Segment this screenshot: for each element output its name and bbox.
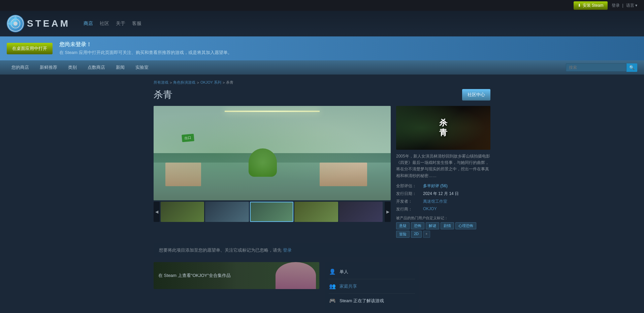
breadcrumb: 所有游戏 > 角色扮演游戏 > OKJOY 系列 > 杀青 bbox=[154, 80, 490, 85]
review-row: 全部评估： 多半好评 (56) bbox=[396, 183, 490, 189]
open-desktop-button[interactable]: 在桌面应用中打开 bbox=[7, 43, 53, 54]
wishlist-notice: 想要将此项目添加至您的愿望单、关注它或标记为已忽略，请先 登录 bbox=[154, 243, 490, 257]
header-nav: 商店 社区 关于 客服 bbox=[84, 21, 141, 27]
developer-value[interactable]: 萬迷馆工作室 bbox=[423, 199, 447, 204]
breadcrumb-current: 杀青 bbox=[226, 80, 233, 85]
nav-community[interactable]: 社区 bbox=[100, 21, 109, 27]
thumbnail-1[interactable] bbox=[161, 202, 204, 222]
publisher-value[interactable]: OKJOY bbox=[423, 206, 437, 212]
game-area: 出口 ◀ ▶ bbox=[154, 106, 490, 238]
tag-2d[interactable]: 2D bbox=[411, 231, 422, 238]
next-thumbnail-button[interactable]: ▶ bbox=[385, 202, 391, 222]
publisher-row: 发行商： OKJOY bbox=[396, 206, 490, 212]
single-player-label: 单人 bbox=[340, 269, 348, 275]
developer-label: 开发者： bbox=[396, 199, 423, 204]
cover-title: 杀青 bbox=[439, 118, 447, 138]
steam-learning-label: Steam 正在了解该游戏 bbox=[340, 298, 384, 304]
meta-single-player: 👤 单人 bbox=[329, 266, 415, 278]
tag-adventure[interactable]: 冒险 bbox=[396, 231, 410, 238]
install-steam-button[interactable]: ⬇ 安装 Steam bbox=[574, 1, 608, 10]
top-bar-links: 登录 | 语言 ▾ bbox=[612, 3, 637, 8]
main-content: 所有游戏 > 角色扮演游戏 > OKJOY 系列 > 杀青 杀青 社区中心 出口 bbox=[154, 75, 490, 313]
subnav-categories[interactable]: 类别 bbox=[63, 62, 82, 73]
thumbnail-5[interactable] bbox=[339, 202, 383, 222]
bottom-row: 在 Steam 上查看"OKJOY"全合集作品 👤 单人 👥 家庭共享 🎮 St… bbox=[154, 262, 490, 311]
tag-puzzle[interactable]: 解谜 bbox=[426, 222, 439, 229]
tags-row: 悬疑 恐怖 解谜 剧情 心理恐怖 冒险 2D + bbox=[396, 222, 490, 238]
steam-logo-icon bbox=[7, 15, 24, 32]
meta-family-sharing: 👥 家庭共享 bbox=[329, 281, 415, 292]
search-icon: 🔍 bbox=[629, 65, 635, 70]
steam-learning-icon: 🎮 bbox=[329, 297, 336, 305]
thumbnail-2[interactable] bbox=[205, 202, 249, 222]
family-sharing-icon: 👥 bbox=[329, 283, 336, 290]
family-sharing-label[interactable]: 家庭共享 bbox=[340, 283, 357, 289]
tag-plus-button[interactable]: + bbox=[423, 231, 430, 238]
thumbnail-4[interactable] bbox=[294, 202, 338, 222]
series-banner[interactable]: 在 Steam 上查看"OKJOY"全合集作品 bbox=[154, 262, 319, 289]
tag-story[interactable]: 剧情 bbox=[441, 222, 454, 229]
tag-suspense[interactable]: 悬疑 bbox=[396, 222, 410, 229]
tags-header: 被产品的热门用户自定义标记： bbox=[396, 216, 490, 221]
nav-about[interactable]: 关于 bbox=[116, 21, 125, 27]
subnav-your-store[interactable]: 您的商店 bbox=[7, 62, 34, 73]
svg-point-2 bbox=[13, 22, 18, 26]
meta-divider-2 bbox=[329, 293, 415, 294]
single-player-icon: 👤 bbox=[329, 268, 336, 276]
review-value[interactable]: 多半好评 (56) bbox=[423, 183, 448, 189]
search-box: 🔍 bbox=[566, 63, 637, 72]
steam-download-icon: ⬇ bbox=[578, 3, 581, 8]
developer-row: 开发者： 萬迷馆工作室 bbox=[396, 199, 490, 204]
login-link[interactable]: 登录 bbox=[612, 3, 620, 8]
language-link[interactable]: 语言 ▾ bbox=[626, 3, 637, 8]
header: STEAM 商店 社区 关于 客服 bbox=[0, 11, 644, 36]
search-button[interactable]: 🔍 bbox=[626, 63, 637, 72]
community-hub-button[interactable]: 社区中心 bbox=[462, 89, 490, 101]
subnav-points-shop[interactable]: 点数商店 bbox=[83, 62, 110, 73]
steam-svg-icon bbox=[7, 16, 24, 32]
tag-horror[interactable]: 恐怖 bbox=[411, 222, 424, 229]
chevron-down-icon: ▾ bbox=[635, 3, 637, 8]
game-meta-panel: 👤 单人 👥 家庭共享 🎮 Steam 正在了解该游戏 bbox=[325, 262, 419, 311]
series-banner-text: 在 Steam 上查看"OKJOY"全合集作品 bbox=[158, 273, 231, 279]
login-text-area: 您尚未登录！ 在 Steam 应用中打开此页面即可关注、购买和查看所推荐的游戏，… bbox=[59, 41, 232, 56]
meta-steam-learning: 🎮 Steam 正在了解该游戏 bbox=[329, 295, 415, 307]
series-banner-characters bbox=[276, 262, 316, 289]
login-banner-title: 您尚未登录！ bbox=[59, 41, 232, 48]
screenshot-section: 出口 ◀ ▶ bbox=[154, 106, 391, 238]
steam-logo-text: STEAM bbox=[27, 18, 70, 29]
screenshot-overlay bbox=[154, 106, 391, 200]
release-label: 发行日期： bbox=[396, 191, 423, 197]
breadcrumb-okjoy-series[interactable]: OKJOY 系列 bbox=[200, 80, 221, 85]
publisher-label: 发行商： bbox=[396, 206, 423, 212]
wishlist-notice-text: 想要将此项目添加至您的愿望单、关注它或标记为已忽略，请先 bbox=[159, 248, 282, 253]
release-row: 发行日期： 2024 年 12 月 14 日 bbox=[396, 191, 490, 197]
login-banner: 在桌面应用中打开 您尚未登录！ 在 Steam 应用中打开此页面即可关注、购买和… bbox=[0, 36, 644, 60]
wishlist-login-link[interactable]: 登录 bbox=[283, 248, 292, 253]
page-title-row: 杀青 社区中心 bbox=[154, 88, 490, 101]
logo-area: STEAM bbox=[7, 15, 70, 32]
subnav-new-releases[interactable]: 新鲜推荐 bbox=[35, 62, 62, 73]
nav-store[interactable]: 商店 bbox=[84, 21, 93, 27]
meta-divider-1 bbox=[329, 279, 415, 279]
subnav-lab[interactable]: 实验室 bbox=[131, 62, 153, 73]
tags-section: 被产品的热门用户自定义标记： 悬疑 恐怖 解谜 剧情 心理恐怖 冒险 2D + bbox=[396, 216, 490, 238]
search-input[interactable] bbox=[566, 63, 626, 72]
thumbnail-3[interactable] bbox=[250, 202, 293, 222]
main-screenshot: 出口 bbox=[154, 106, 391, 200]
subnav-news[interactable]: 新闻 bbox=[111, 62, 129, 73]
breadcrumb-all-games[interactable]: 所有游戏 bbox=[154, 80, 168, 85]
game-description: 2005年，新人女演员林清纱回到故乡雾山镇拍摄电影《四更》最后一场戏时发生怪事，… bbox=[396, 153, 490, 179]
game-cover: 杀青 bbox=[396, 106, 490, 150]
page-title: 杀青 bbox=[154, 88, 172, 101]
thumbnails-row bbox=[161, 202, 384, 222]
sub-nav: 您的商店 新鲜推荐 类别 点数商店 新闻 实验室 🔍 bbox=[0, 60, 644, 75]
login-banner-description: 在 Steam 应用中打开此页面即可关注、购买和查看所推荐的游戏，或是将其加入愿… bbox=[59, 50, 232, 56]
release-value: 2024 年 12 月 14 日 bbox=[423, 191, 459, 197]
prev-thumbnail-button[interactable]: ◀ bbox=[154, 202, 160, 222]
nav-support[interactable]: 客服 bbox=[132, 21, 141, 27]
tag-psych-horror[interactable]: 心理恐怖 bbox=[455, 222, 476, 229]
breadcrumb-rpg[interactable]: 角色扮演游戏 bbox=[173, 80, 195, 85]
review-label: 全部评估： bbox=[396, 183, 423, 189]
top-bar: ⬇ 安装 Steam 登录 | 语言 ▾ bbox=[0, 0, 644, 11]
